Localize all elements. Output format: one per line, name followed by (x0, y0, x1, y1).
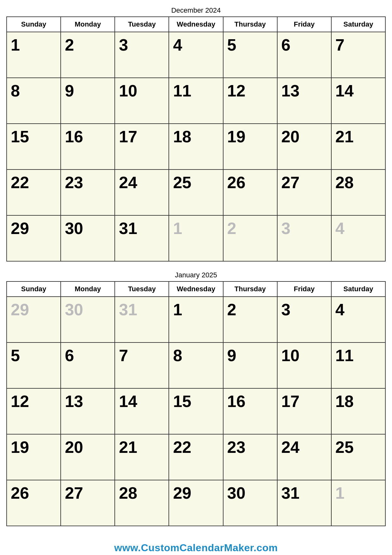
table-row: 891011121314 (7, 78, 385, 124)
calendar-day[interactable]: 31 (115, 297, 169, 342)
table-row: 1234567 (7, 32, 385, 78)
calendar-day[interactable]: 5 (223, 32, 277, 78)
calendar-day[interactable]: 1 (169, 297, 223, 342)
calendar-day[interactable]: 4 (169, 32, 223, 78)
calendar-day[interactable]: 30 (61, 297, 115, 342)
calendar-day[interactable]: 7 (331, 32, 385, 78)
calendar-day[interactable]: 28 (115, 480, 169, 526)
calendar-day[interactable]: 21 (331, 124, 385, 170)
december-title: December 2024 (6, 6, 386, 15)
table-row: 22232425262728 (7, 170, 385, 215)
calendar-day[interactable]: 3 (277, 215, 331, 261)
calendar-day[interactable]: 10 (115, 78, 169, 124)
calendar-day[interactable]: 11 (169, 78, 223, 124)
col-friday: Friday (277, 17, 331, 32)
calendar-day[interactable]: 20 (61, 434, 115, 480)
calendar-day[interactable]: 31 (277, 480, 331, 526)
calendar-day[interactable]: 3 (115, 32, 169, 78)
calendar-day[interactable]: 15 (169, 388, 223, 434)
calendar-day[interactable]: 15 (7, 124, 61, 170)
jan-col-monday: Monday (61, 281, 115, 297)
calendar-day[interactable]: 8 (169, 342, 223, 388)
calendar-day[interactable]: 23 (61, 170, 115, 215)
calendar-day[interactable]: 28 (331, 170, 385, 215)
jan-col-wednesday: Wednesday (169, 281, 223, 297)
january-title: January 2025 (6, 271, 386, 279)
calendar-day[interactable]: 12 (223, 78, 277, 124)
calendar-day[interactable]: 24 (277, 434, 331, 480)
calendar-day[interactable]: 3 (277, 297, 331, 342)
december-table: Sunday Monday Tuesday Wednesday Thursday… (6, 16, 386, 262)
calendar-day[interactable]: 22 (7, 170, 61, 215)
calendar-day[interactable]: 2 (223, 215, 277, 261)
col-wednesday: Wednesday (169, 17, 223, 32)
january-header-row: Sunday Monday Tuesday Wednesday Thursday… (7, 281, 385, 297)
jan-col-tuesday: Tuesday (115, 281, 169, 297)
calendar-day[interactable]: 30 (61, 215, 115, 261)
calendar-day[interactable]: 1 (169, 215, 223, 261)
calendar-day[interactable]: 14 (331, 78, 385, 124)
calendar-day[interactable]: 19 (7, 434, 61, 480)
calendar-day[interactable]: 18 (169, 124, 223, 170)
col-monday: Monday (61, 17, 115, 32)
calendar-day[interactable]: 8 (7, 78, 61, 124)
calendar-day[interactable]: 12 (7, 388, 61, 434)
calendar-day[interactable]: 2 (61, 32, 115, 78)
calendar-day[interactable]: 26 (7, 480, 61, 526)
calendar-day[interactable]: 7 (115, 342, 169, 388)
calendar-day[interactable]: 9 (223, 342, 277, 388)
calendar-day[interactable]: 11 (331, 342, 385, 388)
jan-col-thursday: Thursday (223, 281, 277, 297)
calendar-day[interactable]: 17 (115, 124, 169, 170)
calendar-day[interactable]: 25 (331, 434, 385, 480)
calendar-day[interactable]: 23 (223, 434, 277, 480)
calendar-day[interactable]: 13 (277, 78, 331, 124)
calendar-day[interactable]: 20 (277, 124, 331, 170)
calendar-day[interactable]: 27 (61, 480, 115, 526)
calendar-day[interactable]: 29 (7, 297, 61, 342)
calendar-day[interactable]: 17 (277, 388, 331, 434)
calendar-day[interactable]: 21 (115, 434, 169, 480)
calendar-day[interactable]: 5 (7, 342, 61, 388)
december-header-row: Sunday Monday Tuesday Wednesday Thursday… (7, 17, 385, 32)
calendar-day[interactable]: 4 (331, 297, 385, 342)
calendar-day[interactable]: 4 (331, 215, 385, 261)
jan-col-saturday: Saturday (331, 281, 385, 297)
calendar-day[interactable]: 26 (223, 170, 277, 215)
calendar-day[interactable]: 22 (169, 434, 223, 480)
january-calendar: January 2025 Sunday Monday Tuesday Wedne… (6, 271, 386, 526)
calendar-day[interactable]: 13 (61, 388, 115, 434)
calendar-day[interactable]: 30 (223, 480, 277, 526)
calendar-day[interactable]: 25 (169, 170, 223, 215)
calendar-day[interactable]: 6 (277, 32, 331, 78)
calendar-day[interactable]: 9 (61, 78, 115, 124)
calendar-day[interactable]: 18 (331, 388, 385, 434)
december-calendar: December 2024 Sunday Monday Tuesday Wedn… (6, 6, 386, 262)
col-sunday: Sunday (7, 17, 61, 32)
calendar-day[interactable]: 24 (115, 170, 169, 215)
col-saturday: Saturday (331, 17, 385, 32)
calendar-day[interactable]: 1 (331, 480, 385, 526)
calendar-day[interactable]: 14 (115, 388, 169, 434)
calendar-day[interactable]: 29 (169, 480, 223, 526)
calendar-day[interactable]: 2 (223, 297, 277, 342)
table-row: 15161718192021 (7, 124, 385, 170)
footer-link[interactable]: www.CustomCalendarMaker.com (114, 542, 278, 554)
table-row: 2930311234 (7, 297, 385, 342)
calendar-day[interactable]: 27 (277, 170, 331, 215)
calendar-day[interactable]: 1 (7, 32, 61, 78)
jan-col-friday: Friday (277, 281, 331, 297)
calendar-day[interactable]: 29 (7, 215, 61, 261)
calendar-day[interactable]: 19 (223, 124, 277, 170)
calendar-wrapper: December 2024 Sunday Monday Tuesday Wedn… (6, 6, 386, 554)
table-row: 2930311234 (7, 215, 385, 261)
col-tuesday: Tuesday (115, 17, 169, 32)
calendar-day[interactable]: 6 (61, 342, 115, 388)
table-row: 2627282930311 (7, 480, 385, 526)
calendar-day[interactable]: 16 (223, 388, 277, 434)
table-row: 12131415161718 (7, 388, 385, 434)
table-row: 19202122232425 (7, 434, 385, 480)
calendar-day[interactable]: 10 (277, 342, 331, 388)
calendar-day[interactable]: 16 (61, 124, 115, 170)
calendar-day[interactable]: 31 (115, 215, 169, 261)
